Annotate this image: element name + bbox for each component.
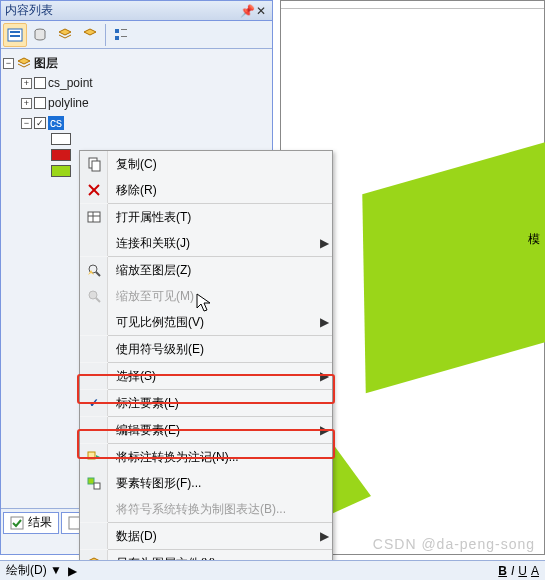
layer-checkbox[interactable]: ✓ [34,117,46,129]
svg-rect-7 [121,36,127,37]
menu-item: 缩放至可见(M) [80,283,332,309]
svg-rect-8 [11,517,23,529]
menu-icon [80,523,108,549]
menu-item[interactable]: 使用符号级别(E) [80,336,332,362]
menu-item[interactable]: 复制(C) [80,151,332,177]
menu-item: 将符号系统转换为制图表达(B)... [80,496,332,522]
menu-icon [80,230,108,256]
close-icon[interactable]: ✕ [254,4,268,18]
menu-label: 选择(S) [108,368,316,385]
menu-label: 将标注转换为注记(N)... [108,449,332,466]
layer-checkbox[interactable] [34,77,46,89]
menu-label: 缩放至图层(Z) [108,262,332,279]
polygon-feature [362,109,545,394]
menu-item[interactable]: 将标注转换为注记(N)... [80,444,332,470]
svg-point-19 [89,291,97,299]
feature-graphic-icon [80,470,108,496]
svg-rect-21 [88,452,95,459]
results-icon [10,516,24,530]
menu-item[interactable]: 打开属性表(T) [80,204,332,230]
layer-context-menu: 复制(C)移除(R)打开属性表(T)连接和关联(J)▶缩放至图层(Z)缩放至可见… [79,150,333,580]
menu-item[interactable]: 编辑要素(E)▶ [80,417,332,443]
check: ✓ [80,390,108,416]
menu-label: 缩放至可见(M) [108,288,332,305]
italic-indicator[interactable]: I [511,564,514,578]
menu-label: 要素转图形(F)... [108,475,332,492]
submenu-arrow-icon: ▶ [316,369,332,383]
menu-label: 移除(R) [108,182,332,199]
menu-label: 将符号系统转换为制图表达(B)... [108,501,332,518]
expand-toggle[interactable]: − [21,118,32,129]
pointer-tool-icon[interactable]: ▶ [68,564,77,578]
menu-icon [80,363,108,389]
menu-label: 使用符号级别(E) [108,341,332,358]
visibility-button[interactable] [78,23,102,47]
submenu-arrow-icon: ▶ [316,315,332,329]
menu-item[interactable]: 选择(S)▶ [80,363,332,389]
svg-rect-2 [10,35,20,37]
table-icon [80,204,108,230]
panel-title: 内容列表 [5,2,240,19]
root-label: 图层 [34,55,58,72]
menu-label: 打开属性表(T) [108,209,332,226]
tab-results[interactable]: 结果 [3,512,59,534]
menu-item[interactable]: 要素转图形(F)... [80,470,332,496]
symbol-swatch[interactable] [51,165,71,177]
feature-label: 模 [528,231,540,248]
panel-toolbar [1,21,272,49]
menu-item[interactable]: 连接和关联(J)▶ [80,230,332,256]
panel-titlebar: 内容列表 📌 ✕ [1,1,272,21]
copy-icon [80,151,108,177]
zoom-visible-icon [80,283,108,309]
svg-rect-5 [121,29,127,30]
menu-item[interactable]: 移除(R) [80,177,332,203]
menu-label: 复制(C) [108,156,332,173]
menu-icon [80,336,108,362]
draw-dropdown[interactable]: 绘制(D) ▼ [6,562,62,579]
remove-icon [80,177,108,203]
status-bar: 绘制(D) ▼ ▶ B I U A [0,560,545,580]
convert-anno-icon [80,444,108,470]
layer-name[interactable]: cs_point [48,76,93,90]
expand-toggle[interactable]: + [21,98,32,109]
menu-icon [80,417,108,443]
source-button[interactable] [28,23,52,47]
svg-rect-11 [92,161,100,171]
menu-item[interactable]: ✓标注要素(L) [80,390,332,416]
options-button[interactable] [109,23,133,47]
svg-rect-1 [10,31,20,33]
menu-icon [80,309,108,335]
list-view-button[interactable] [3,23,27,47]
menu-label: 连接和关联(J) [108,235,316,252]
menu-item[interactable]: 缩放至图层(Z) [80,257,332,283]
menu-label: 可见比例范围(V) [108,314,316,331]
font-indicator[interactable]: A [531,564,539,578]
expand-toggle[interactable]: + [21,78,32,89]
layer-name[interactable]: polyline [48,96,89,110]
symbol-swatch[interactable] [51,149,71,161]
svg-rect-23 [94,483,100,489]
svg-line-18 [96,272,100,276]
zoom-layer-icon [80,257,108,283]
symbol-swatch[interactable] [51,133,71,145]
svg-rect-4 [115,29,119,33]
submenu-arrow-icon: ▶ [316,529,332,543]
separator [105,24,106,46]
svg-rect-6 [115,36,119,40]
layer-name-selected[interactable]: cs [48,116,64,130]
menu-icon [80,496,108,522]
layer-checkbox[interactable] [34,97,46,109]
tab-label: 结果 [28,514,52,531]
expand-toggle[interactable]: − [3,58,14,69]
pin-icon[interactable]: 📌 [240,4,254,18]
menu-label: 编辑要素(E) [108,422,316,439]
menu-label: 标注要素(L) [108,395,332,412]
svg-rect-22 [88,478,94,484]
underline-indicator[interactable]: U [518,564,527,578]
menu-item[interactable]: 可见比例范围(V)▶ [80,309,332,335]
bold-indicator[interactable]: B [498,564,507,578]
menu-item[interactable]: 数据(D)▶ [80,523,332,549]
svg-line-20 [96,298,100,302]
layers-icon [16,55,32,71]
layers-button[interactable] [53,23,77,47]
